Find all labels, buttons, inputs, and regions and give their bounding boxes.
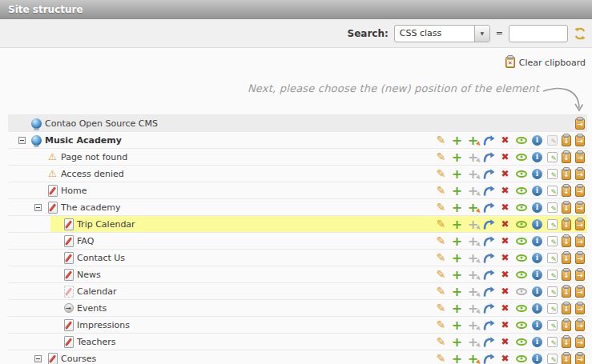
edit-icon[interactable] <box>435 134 447 146</box>
page-label[interactable]: News <box>77 270 101 280</box>
page-label[interactable]: Access denied <box>61 169 124 179</box>
paste-into-icon[interactable] <box>562 270 571 281</box>
new-page-icon[interactable] <box>451 150 463 163</box>
articles-icon[interactable] <box>547 219 558 230</box>
info-icon[interactable] <box>531 335 543 348</box>
paste-after-icon[interactable] <box>575 236 585 247</box>
edit-icon[interactable] <box>435 234 447 247</box>
info-icon[interactable] <box>531 234 543 247</box>
paste-after-icon[interactable] <box>575 354 585 364</box>
cut-icon[interactable] <box>483 234 495 247</box>
articles-icon[interactable] <box>547 354 558 364</box>
copy-with-subpages-icon[interactable] <box>467 335 479 348</box>
delete-icon[interactable] <box>499 201 511 214</box>
paste-into-icon[interactable] <box>562 253 571 264</box>
new-page-icon[interactable] <box>451 268 463 281</box>
cut-icon[interactable] <box>483 302 495 314</box>
edit-icon[interactable] <box>435 302 447 314</box>
edit-icon[interactable] <box>435 167 447 180</box>
visibility-icon[interactable] <box>515 302 527 314</box>
copy-with-subpages-icon[interactable] <box>467 251 479 264</box>
page-label[interactable]: FAQ <box>77 236 94 246</box>
articles-icon[interactable] <box>547 337 558 347</box>
info-icon[interactable] <box>531 150 543 163</box>
new-page-icon[interactable] <box>451 184 463 197</box>
paste-after-icon[interactable] <box>575 303 585 314</box>
page-label[interactable]: The academy <box>61 202 120 213</box>
articles-icon[interactable] <box>547 253 558 263</box>
delete-icon[interactable] <box>499 150 511 163</box>
delete-icon[interactable] <box>499 234 511 247</box>
paste-after-icon[interactable] <box>575 152 585 163</box>
copy-with-subpages-icon[interactable] <box>467 302 479 314</box>
visibility-icon[interactable] <box>515 335 527 348</box>
cut-icon[interactable] <box>483 167 495 180</box>
edit-icon[interactable] <box>435 335 447 348</box>
copy-with-subpages-icon[interactable] <box>467 150 479 163</box>
cut-icon[interactable] <box>483 268 495 281</box>
copy-with-subpages-icon[interactable] <box>467 167 479 180</box>
paste-after-icon[interactable] <box>575 135 585 146</box>
refresh-icon[interactable] <box>574 27 586 40</box>
edit-icon[interactable] <box>435 201 447 214</box>
new-page-icon[interactable] <box>451 285 463 298</box>
paste-into-icon[interactable] <box>562 219 571 230</box>
cut-icon[interactable] <box>483 134 495 146</box>
delete-icon[interactable] <box>499 268 511 281</box>
delete-icon[interactable] <box>499 251 511 264</box>
edit-icon[interactable] <box>435 352 447 364</box>
new-page-icon[interactable] <box>451 167 463 180</box>
articles-icon[interactable] <box>547 303 558 314</box>
paste-into-icon[interactable] <box>562 169 571 180</box>
paste-after-icon[interactable] <box>575 253 585 264</box>
visibility-icon[interactable] <box>515 167 527 180</box>
cut-icon[interactable] <box>483 184 495 197</box>
delete-icon[interactable] <box>499 218 511 230</box>
new-page-icon[interactable] <box>451 302 463 314</box>
edit-icon[interactable] <box>435 251 447 264</box>
articles-icon[interactable] <box>547 320 558 330</box>
visibility-icon[interactable] <box>515 218 527 230</box>
visibility-icon[interactable] <box>515 150 527 163</box>
copy-with-subpages-icon[interactable] <box>467 218 479 230</box>
visibility-icon[interactable] <box>515 201 527 214</box>
clear-clipboard-button[interactable]: Clear clipboard <box>0 56 586 69</box>
page-label[interactable]: Music Academy <box>45 135 122 146</box>
visibility-icon[interactable] <box>515 318 527 331</box>
edit-icon[interactable] <box>435 218 447 230</box>
copy-with-subpages-icon[interactable] <box>467 285 479 298</box>
paste-into-icon[interactable] <box>562 236 571 247</box>
copy-with-subpages-icon[interactable] <box>467 234 479 247</box>
page-label[interactable]: Contao Open Source CMS <box>45 118 158 129</box>
new-page-icon[interactable] <box>451 201 463 214</box>
cut-icon[interactable] <box>483 218 495 230</box>
edit-icon[interactable] <box>435 268 447 281</box>
page-label[interactable]: Courses <box>61 354 96 364</box>
paste-after-icon[interactable] <box>575 202 585 214</box>
visibility-icon[interactable] <box>515 184 527 197</box>
delete-icon[interactable] <box>499 352 511 364</box>
paste-into-icon[interactable] <box>562 135 571 146</box>
copy-with-subpages-icon[interactable] <box>467 201 479 214</box>
paste-into-icon[interactable] <box>562 303 571 314</box>
cut-icon[interactable] <box>483 335 495 348</box>
paste-after-icon[interactable] <box>575 320 585 331</box>
info-icon[interactable] <box>531 251 543 264</box>
cut-icon[interactable] <box>483 150 495 163</box>
paste-into-icon[interactable] <box>575 118 585 130</box>
visibility-icon[interactable] <box>515 134 527 146</box>
cut-icon[interactable] <box>483 318 495 331</box>
copy-with-subpages-icon[interactable] <box>467 268 479 281</box>
info-icon[interactable] <box>531 218 543 230</box>
info-icon[interactable] <box>531 167 543 180</box>
new-page-icon[interactable] <box>451 218 463 230</box>
info-icon[interactable] <box>531 302 543 314</box>
paste-into-icon[interactable] <box>562 152 571 163</box>
copy-with-subpages-icon[interactable] <box>467 134 479 146</box>
paste-into-icon[interactable] <box>562 320 571 331</box>
articles-icon[interactable] <box>547 186 558 196</box>
copy-with-subpages-icon[interactable] <box>467 318 479 331</box>
new-page-icon[interactable] <box>451 234 463 247</box>
delete-icon[interactable] <box>499 184 511 197</box>
articles-icon[interactable] <box>547 236 558 246</box>
